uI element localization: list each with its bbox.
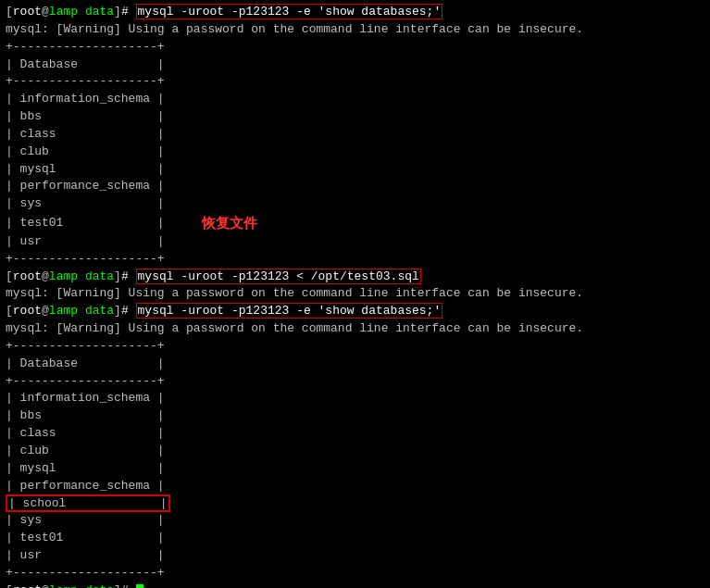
terminal-cursor [136, 584, 143, 588]
terminal-container: [root@lamp data]# mysql -uroot -p123123 … [6, 4, 704, 588]
db-row-1-3: | class | [6, 126, 704, 144]
table-sep-1: +--------------------+ [6, 39, 704, 56]
db-row-2-1: | information_schema | [6, 390, 704, 407]
db-row-2-9: | test01 | [6, 530, 704, 547]
db-row-1-8: | test01 | [6, 215, 165, 232]
db-row-performance-annotation: | performance_schema | [6, 178, 704, 195]
db-header-2: | Database | [6, 356, 704, 373]
table-sep-5: +--------------------+ [6, 373, 704, 391]
db-row-1-9: | usr | [6, 233, 704, 251]
line-final-prompt: [root@lamp data]# [6, 582, 704, 588]
table-sep-2: +--------------------+ [6, 73, 704, 91]
db-row-2-3: | class | [6, 425, 704, 443]
table-sep-3: +--------------------+ [6, 251, 704, 269]
db-header-1: | Database | [6, 56, 704, 74]
db-row-1-4: | club | [6, 144, 704, 161]
command-2[interactable]: mysql -uroot -p123123 < /opt/test03.sql [136, 269, 421, 284]
table-sep-6: +--------------------+ [6, 565, 704, 582]
db-row-1-7: | sys | [6, 195, 704, 213]
line-cmd2: [root@lamp data]# mysql -uroot -p123123 … [6, 269, 704, 286]
db-row-2-8: | sys | [6, 512, 704, 530]
command-3[interactable]: mysql -uroot -p123123 -e 'show databases… [136, 303, 443, 319]
annotation-restore: 恢复文件 [202, 213, 257, 233]
db-row-test01-annotation: | test01 | 恢复文件 [6, 213, 704, 233]
line-cmd3: [root@lamp data]# mysql -uroot -p123123 … [6, 303, 704, 320]
db-row-1-2: | bbs | [6, 108, 704, 126]
line-cmd1: [root@lamp data]# mysql -uroot -p123123 … [6, 4, 704, 21]
school-highlight: | school | [6, 494, 170, 512]
db-row-2-4: | club | [6, 443, 704, 460]
db-row-2-6: | performance_schema | [6, 478, 704, 495]
warning-line-2: mysql: [Warning] Using a password on the… [6, 285, 704, 303]
db-row-1-5: | mysql | [6, 161, 704, 179]
db-row-2-2: | bbs | [6, 407, 704, 425]
db-row-1-6: | performance_schema | [6, 178, 165, 195]
db-row-1-1: | information_schema | [6, 91, 704, 108]
db-row-school: | school | [6, 495, 704, 513]
command-1[interactable]: mysql -uroot -p123123 -e 'show databases… [136, 4, 443, 19]
table-sep-4: +--------------------+ [6, 338, 704, 356]
db-row-2-10: | usr | [6, 547, 704, 565]
warning-line-3: mysql: [Warning] Using a password on the… [6, 320, 704, 338]
db-row-2-5: | mysql | [6, 460, 704, 478]
warning-line-1: mysql: [Warning] Using a password on the… [6, 21, 704, 39]
